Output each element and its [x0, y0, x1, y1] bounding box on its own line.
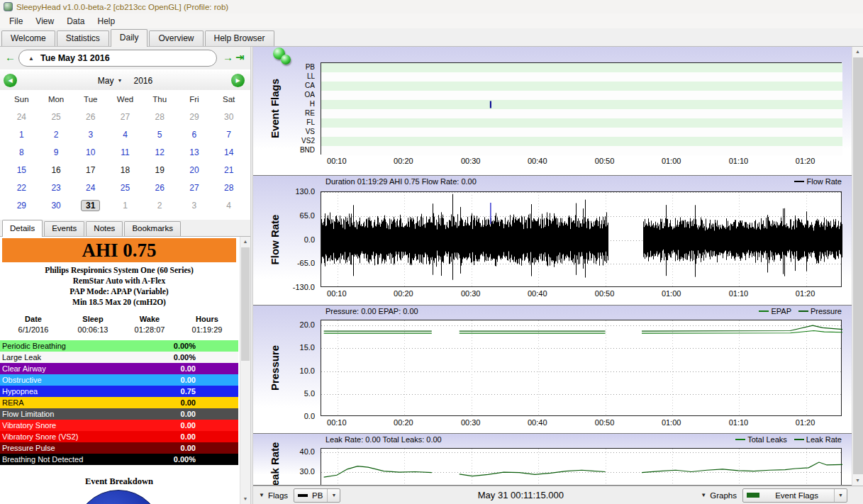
- graph-pin-icon[interactable]: [273, 47, 297, 68]
- details-scroll-down-icon[interactable]: ▼: [240, 494, 250, 504]
- details-scrollbar[interactable]: ▲ ▼: [240, 237, 250, 504]
- calendar-day-4[interactable]: 4: [108, 125, 143, 143]
- detail-tab-details[interactable]: Details: [2, 220, 43, 237]
- date-selector-combo[interactable]: ▲ Tue May 31 2016: [18, 50, 217, 67]
- calendar-day-13[interactable]: 13: [177, 143, 212, 161]
- calendar-day-7[interactable]: 7: [211, 125, 246, 143]
- calendar-day-25-out[interactable]: 25: [39, 108, 74, 125]
- graph-select-combo[interactable]: Event Flags ▼: [742, 488, 847, 503]
- stat-row-breathing-not-detected: Breathing Not Detected0.00%: [0, 454, 238, 465]
- calendar-day-22[interactable]: 22: [4, 179, 39, 196]
- calendar-day-28[interactable]: 28: [211, 179, 246, 196]
- flag-row-label-oa: OA: [254, 91, 318, 99]
- calendar-day-12[interactable]: 12: [143, 143, 177, 161]
- calendar-day-3-out[interactable]: 3: [177, 196, 212, 214]
- calendar-month-dropdown[interactable]: May ▼: [98, 76, 123, 86]
- calendar-day-2-out[interactable]: 2: [143, 196, 177, 214]
- calendar-day-1[interactable]: 1: [4, 125, 39, 143]
- machine-info-line-2: RemStar Auto with A-Flex: [2, 276, 236, 286]
- tab-welcome[interactable]: Welcome: [1, 30, 55, 46]
- calendar-day-4-out[interactable]: 4: [211, 196, 246, 214]
- calendar-day-18[interactable]: 18: [108, 161, 143, 179]
- calendar-day-2[interactable]: 2: [39, 125, 74, 143]
- menu-help[interactable]: Help: [91, 15, 122, 28]
- calendar-day-11[interactable]: 11: [108, 143, 143, 161]
- calendar-day-15[interactable]: 15: [4, 161, 39, 179]
- graphs-dropdown-button[interactable]: ▼ Graphs: [701, 491, 737, 500]
- flags-dropdown-button[interactable]: ▼ Flags: [259, 491, 288, 500]
- ytick-leak-rate-30-0: 30.0: [254, 467, 318, 476]
- menu-data[interactable]: Data: [60, 15, 91, 28]
- calendar-day-1-out[interactable]: 1: [108, 196, 143, 214]
- calendar-day-6[interactable]: 6: [177, 125, 212, 143]
- calendar-day-19[interactable]: 19: [143, 161, 177, 179]
- legend-swatch-flow-rate: [794, 181, 804, 182]
- event-flags-plot[interactable]: [321, 62, 842, 155]
- calendar-day-3[interactable]: 3: [73, 125, 108, 143]
- pressure-yticks: 20.015.010.05.00.0: [253, 306, 318, 433]
- calendar-day-28-out[interactable]: 28: [143, 108, 177, 125]
- ytick-flow-rate-65-0: -65.0: [254, 259, 318, 267]
- flags-combo-arrow-icon: ▼: [327, 489, 336, 502]
- tab-statistics[interactable]: Statistics: [57, 30, 109, 46]
- tab-overview[interactable]: Overview: [149, 30, 203, 46]
- xtick-pressure-01-00: 01:00: [662, 418, 681, 427]
- calendar-day-20[interactable]: 20: [177, 161, 212, 179]
- session-col-sleep: Sleep: [65, 315, 121, 323]
- calendar-day-29[interactable]: 29: [4, 196, 39, 214]
- calendar-year-label[interactable]: 2016: [133, 76, 152, 86]
- pressure-title: Pressure: 0.00 EPAP: 0.00: [325, 307, 418, 315]
- detail-tab-events[interactable]: Events: [44, 221, 84, 236]
- calendar-day-16[interactable]: 16: [39, 161, 74, 179]
- calendar-day-23[interactable]: 23: [39, 179, 74, 196]
- stat-value: 0.00: [181, 398, 238, 407]
- xtick-pressure-00-10: 00:10: [327, 418, 347, 427]
- calendar-day-21[interactable]: 21: [211, 161, 246, 179]
- graphs-scrollbar[interactable]: ▲ ▼: [852, 47, 863, 486]
- tab-daily[interactable]: Daily: [111, 29, 148, 47]
- leak-rate-plot[interactable]: [321, 448, 842, 486]
- calendar-day-9[interactable]: 9: [39, 143, 74, 161]
- detail-tab-bookmarks[interactable]: Bookmarks: [124, 221, 181, 236]
- calendar-day-26-out[interactable]: 26: [73, 108, 108, 125]
- detail-tab-notes[interactable]: Notes: [86, 221, 123, 236]
- details-scroll-up-icon[interactable]: ▲: [240, 237, 250, 247]
- calendar-day-29-out[interactable]: 29: [177, 108, 212, 125]
- calendar-day-27[interactable]: 27: [177, 179, 212, 196]
- calendar-day-5[interactable]: 5: [143, 125, 177, 143]
- calendar-day-10[interactable]: 10: [73, 143, 108, 161]
- calendar-day-24-out[interactable]: 24: [4, 108, 39, 125]
- flow-rate-plot[interactable]: [321, 191, 842, 287]
- xtick-event-flags-00-50: 00:50: [595, 157, 615, 165]
- calendar-day-25[interactable]: 25: [108, 179, 143, 196]
- graphs-scroll-up-icon[interactable]: ▲: [852, 47, 863, 57]
- calendar-day-17[interactable]: 17: [73, 161, 108, 179]
- graphs-scroll-down-icon[interactable]: ▼: [852, 476, 863, 486]
- graphs-scrollbar-thumb[interactable]: [853, 57, 863, 474]
- calendar-day-31[interactable]: 31: [73, 196, 108, 214]
- last-day-icon[interactable]: ⇥: [235, 51, 245, 64]
- calendar-day-30[interactable]: 30: [39, 196, 74, 214]
- menu-file[interactable]: File: [3, 15, 29, 28]
- date-combo-collapse-icon: ▲: [28, 55, 34, 62]
- calendar-next-month-button[interactable]: ▶: [231, 74, 245, 87]
- details-scrollbar-thumb[interactable]: [241, 247, 250, 361]
- calendar-day-26[interactable]: 26: [143, 179, 177, 196]
- session-cell: 6/1/2016: [2, 325, 65, 334]
- session-table: DateSleepWakeHours6/1/201600:06:1301:28:…: [2, 313, 236, 335]
- calendar-prev-month-button[interactable]: ◀: [4, 74, 17, 87]
- flags-event-type-combo[interactable]: PB ▼: [294, 488, 340, 503]
- session-col-date: Date: [2, 315, 65, 323]
- pressure-plot[interactable]: [321, 320, 842, 416]
- next-day-icon[interactable]: →: [223, 51, 233, 63]
- calendar-day-14[interactable]: 14: [211, 143, 246, 161]
- ytick-pressure-15-0: 15.0: [254, 343, 318, 352]
- calendar-day-27-out[interactable]: 27: [108, 108, 143, 125]
- menu-view[interactable]: View: [29, 15, 60, 28]
- calendar-day-30-out[interactable]: 30: [211, 108, 246, 125]
- calendar-day-8[interactable]: 8: [4, 143, 39, 161]
- tab-help-browser[interactable]: Help Browser: [205, 30, 274, 46]
- calendar-day-24[interactable]: 24: [73, 179, 108, 196]
- flag-row-label-ca: CA: [254, 82, 318, 89]
- previous-day-icon[interactable]: ←: [5, 51, 16, 63]
